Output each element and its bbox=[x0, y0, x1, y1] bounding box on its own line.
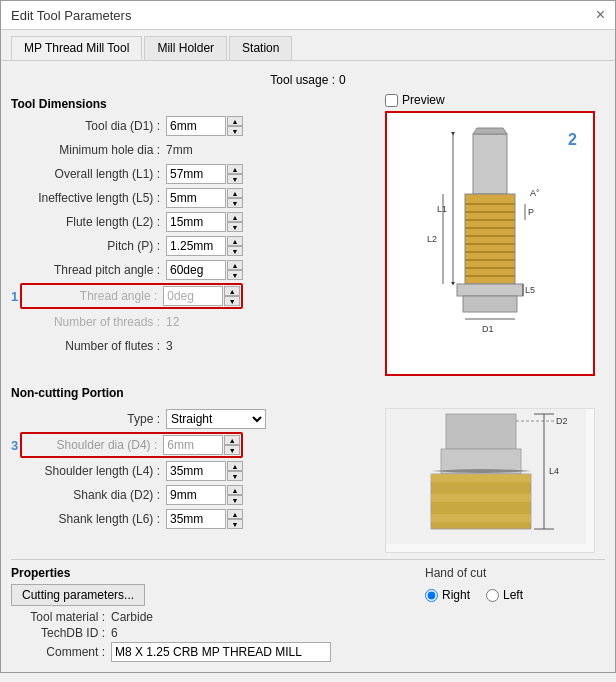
cutting-parameters-button[interactable]: Cutting parameters... bbox=[11, 584, 145, 606]
thread-angle-label: Thread angle : bbox=[23, 289, 163, 303]
preview-number: 2 bbox=[568, 131, 577, 149]
tool-usage-value: 0 bbox=[339, 73, 346, 87]
flute-length-label: Flute length (L2) : bbox=[11, 215, 166, 229]
thread-angle-up[interactable]: ▲ bbox=[224, 286, 240, 296]
non-cutting-area: Type : Straight 3 Shoulder dia (D4) : bbox=[11, 408, 605, 553]
right-panel: Preview 2 bbox=[385, 93, 605, 376]
num-threads-value: 12 bbox=[166, 315, 179, 329]
pitch-spin: ▲ ▼ bbox=[227, 236, 243, 256]
radio-right-input[interactable] bbox=[425, 589, 438, 602]
radio-right[interactable]: Right bbox=[425, 588, 470, 602]
field-num-threads: Number of threads : 12 bbox=[11, 311, 377, 333]
thread-pitch-angle-up[interactable]: ▲ bbox=[227, 260, 243, 270]
shoulder-dia-down[interactable]: ▼ bbox=[224, 445, 240, 455]
comment-field[interactable] bbox=[111, 642, 331, 662]
properties-right: Hand of cut Right Left bbox=[425, 566, 605, 664]
svg-text:D2: D2 bbox=[556, 416, 568, 426]
shoulder-length-up[interactable]: ▲ bbox=[227, 461, 243, 471]
close-button[interactable]: × bbox=[596, 7, 605, 23]
radio-left[interactable]: Left bbox=[486, 588, 523, 602]
svg-rect-14 bbox=[463, 296, 517, 312]
content-area: Tool usage : 0 Tool Dimensions Tool dia … bbox=[1, 61, 615, 672]
radio-left-input[interactable] bbox=[486, 589, 499, 602]
field-pitch: Pitch (P) : ▲ ▼ bbox=[11, 235, 377, 257]
tab-mp-thread-mill[interactable]: MP Thread Mill Tool bbox=[11, 36, 142, 60]
tool-material-value: Carbide bbox=[111, 610, 153, 624]
non-cutting-header: Non-cutting Portion bbox=[11, 382, 605, 404]
shank-dia-spin: ▲ ▼ bbox=[227, 485, 243, 505]
type-select[interactable]: Straight bbox=[166, 409, 266, 429]
shank-dia-up[interactable]: ▲ bbox=[227, 485, 243, 495]
svg-text:D1: D1 bbox=[482, 324, 494, 334]
svg-rect-2 bbox=[465, 194, 515, 284]
thread-angle-spin: ▲ ▼ bbox=[224, 286, 240, 306]
svg-text:A°: A° bbox=[530, 188, 540, 198]
ineffective-length-up[interactable]: ▲ bbox=[227, 188, 243, 198]
shoulder-dia-up[interactable]: ▲ bbox=[224, 435, 240, 445]
shank-length-up[interactable]: ▲ bbox=[227, 509, 243, 519]
preview-checkbox[interactable] bbox=[385, 94, 398, 107]
overall-length-up[interactable]: ▲ bbox=[227, 164, 243, 174]
flute-length-field[interactable] bbox=[166, 212, 226, 232]
pitch-down[interactable]: ▼ bbox=[227, 246, 243, 256]
shoulder-dia-field[interactable] bbox=[163, 435, 223, 455]
tool-dia-input: ▲ ▼ bbox=[166, 116, 243, 136]
main-area: Tool Dimensions Tool dia (D1) : ▲ ▼ Mini… bbox=[11, 93, 605, 376]
tool-dia-field[interactable] bbox=[166, 116, 226, 136]
tab-station[interactable]: Station bbox=[229, 36, 292, 60]
overall-length-down[interactable]: ▼ bbox=[227, 174, 243, 184]
nc-preview-box: L4 D2 bbox=[385, 408, 595, 553]
tool-dia-down[interactable]: ▼ bbox=[227, 126, 243, 136]
field-flute-length: Flute length (L2) : ▲ ▼ bbox=[11, 211, 377, 233]
thread-angle-highlighted: Thread angle : ▲ ▼ bbox=[20, 283, 243, 309]
tool-dia-up[interactable]: ▲ bbox=[227, 116, 243, 126]
svg-text:L5: L5 bbox=[525, 285, 535, 295]
non-cutting-left: Type : Straight 3 Shoulder dia (D4) : bbox=[11, 408, 377, 553]
tab-mill-holder[interactable]: Mill Holder bbox=[144, 36, 227, 60]
shank-dia-down[interactable]: ▼ bbox=[227, 495, 243, 505]
field-shank-length: Shank length (L6) : ▲ ▼ bbox=[11, 508, 377, 530]
field-overall-length: Overall length (L1) : ▲ ▼ bbox=[11, 163, 377, 185]
ineffective-length-field[interactable] bbox=[166, 188, 226, 208]
shank-length-down[interactable]: ▼ bbox=[227, 519, 243, 529]
svg-rect-13 bbox=[457, 284, 523, 296]
shank-length-field[interactable] bbox=[166, 509, 226, 529]
pitch-label: Pitch (P) : bbox=[11, 239, 166, 253]
tool-dia-label: Tool dia (D1) : bbox=[11, 119, 166, 133]
flute-length-up[interactable]: ▲ bbox=[227, 212, 243, 222]
overall-length-input: ▲ ▼ bbox=[166, 164, 243, 184]
thread-pitch-angle-field[interactable] bbox=[166, 260, 226, 280]
shoulder-length-field[interactable] bbox=[166, 461, 226, 481]
techdb-value: 6 bbox=[111, 626, 118, 640]
ineffective-length-down[interactable]: ▼ bbox=[227, 198, 243, 208]
ineffective-length-spin: ▲ ▼ bbox=[227, 188, 243, 208]
thread-angle-down[interactable]: ▼ bbox=[224, 296, 240, 306]
num-threads-label: Number of threads : bbox=[11, 315, 166, 329]
dialog-title: Edit Tool Parameters bbox=[11, 8, 131, 23]
properties-section: Properties Cutting parameters... Tool ma… bbox=[11, 559, 605, 664]
shank-dia-field[interactable] bbox=[166, 485, 226, 505]
tool-material-row: Tool material : Carbide bbox=[11, 610, 417, 624]
shoulder-dia-badge: 3 bbox=[11, 438, 18, 453]
field-shoulder-length: Shoulder length (L4) : ▲ ▼ bbox=[11, 460, 377, 482]
pitch-field[interactable] bbox=[166, 236, 226, 256]
thread-pitch-angle-down[interactable]: ▼ bbox=[227, 270, 243, 280]
flute-length-down[interactable]: ▼ bbox=[227, 222, 243, 232]
overall-length-label: Overall length (L1) : bbox=[11, 167, 166, 181]
techdb-row: TechDB ID : 6 bbox=[11, 626, 417, 640]
shoulder-dia-input: ▲ ▼ bbox=[163, 435, 240, 455]
svg-text:L4: L4 bbox=[549, 466, 559, 476]
comment-label: Comment : bbox=[11, 645, 111, 659]
pitch-up[interactable]: ▲ bbox=[227, 236, 243, 246]
svg-text:P: P bbox=[528, 207, 534, 217]
field-type: Type : Straight bbox=[11, 408, 377, 430]
properties-left: Properties Cutting parameters... Tool ma… bbox=[11, 566, 417, 664]
overall-length-field[interactable] bbox=[166, 164, 226, 184]
field-num-flutes: Number of flutes : 3 bbox=[11, 335, 377, 357]
shoulder-length-down[interactable]: ▼ bbox=[227, 471, 243, 481]
dialog: Edit Tool Parameters × MP Thread Mill To… bbox=[0, 0, 616, 673]
field-min-hole: Minimum hole dia : 7mm bbox=[11, 139, 377, 161]
title-bar: Edit Tool Parameters × bbox=[1, 1, 615, 30]
tool-usage-row: Tool usage : 0 bbox=[11, 69, 605, 93]
thread-angle-field[interactable] bbox=[163, 286, 223, 306]
